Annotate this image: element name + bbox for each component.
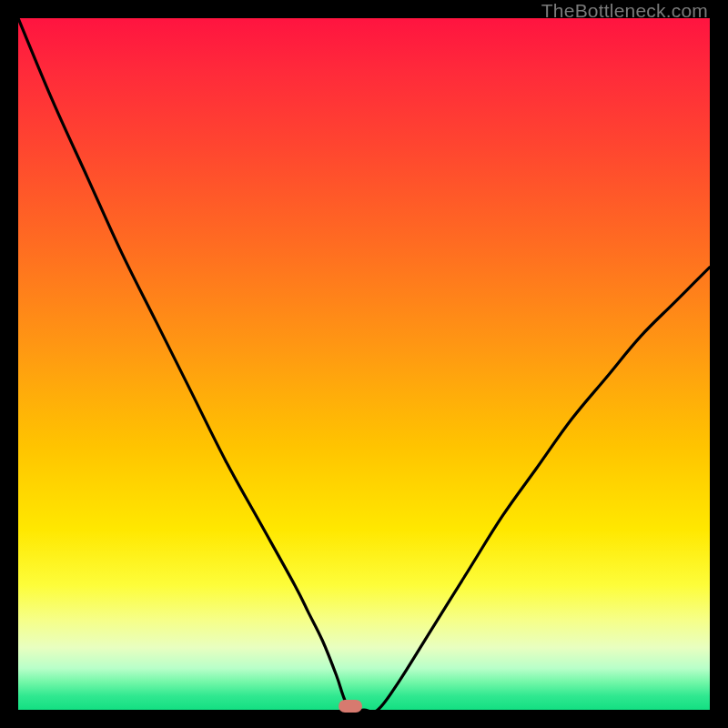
chart-frame: TheBottleneck.com xyxy=(0,0,728,728)
optimum-marker xyxy=(339,700,362,713)
bottleneck-curve-path xyxy=(18,18,710,710)
plot-area xyxy=(18,18,710,710)
curve-layer xyxy=(18,18,710,710)
